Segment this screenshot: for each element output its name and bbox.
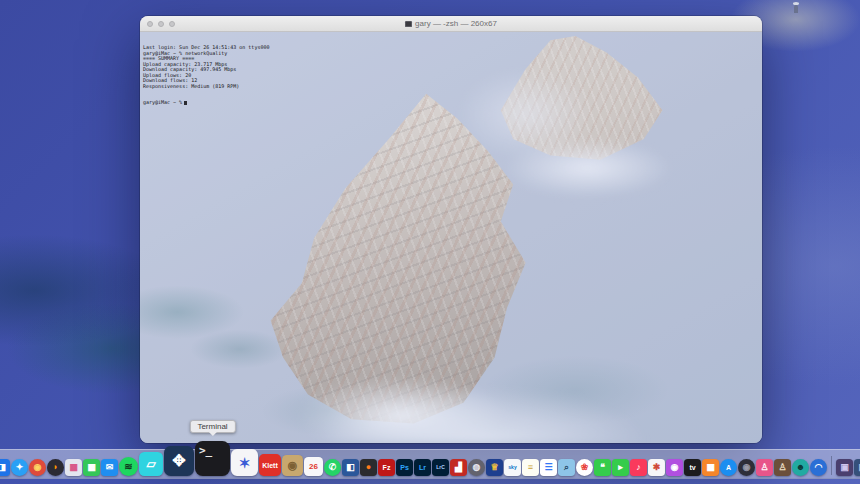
- finder-dock-icon[interactable]: ◨: [0, 459, 10, 476]
- calendar-dock-icon[interactable]: 26: [304, 457, 323, 476]
- terminal-content[interactable]: Last login: Sun Dec 26 14:51:43 on ttys0…: [140, 32, 762, 443]
- dock-separator-1: [831, 456, 832, 475]
- window-title: gary — -zsh — 260x67: [415, 19, 497, 28]
- freeform-dock-icon[interactable]: ▱: [139, 452, 163, 476]
- blue-arc-app-dock-icon[interactable]: ◠: [810, 459, 827, 476]
- stack-folder-dock-icon[interactable]: ▣: [836, 459, 853, 476]
- terminal-window[interactable]: gary — -zsh — 260x67 Last login: Sun Dec…: [140, 16, 762, 443]
- klett-dock-icon[interactable]: Klett: [259, 454, 281, 476]
- terminal-line: Responsiveness: Medium (819 RPM): [143, 84, 269, 90]
- lightroom-dock-icon[interactable]: Lr: [414, 459, 431, 476]
- anki-dock-icon[interactable]: ✶: [231, 449, 258, 476]
- preview-dock-icon[interactable]: ⌕: [558, 459, 575, 476]
- chrome-dock-icon[interactable]: ◉: [29, 459, 46, 476]
- close-button[interactable]: [147, 21, 153, 27]
- blue-trophy-app-dock-icon[interactable]: ♕: [486, 459, 503, 476]
- photos-dock-icon[interactable]: ❀: [576, 459, 593, 476]
- terminal-dock-icon[interactable]: >_: [195, 441, 230, 476]
- photoshop-dock-icon[interactable]: Ps: [396, 459, 413, 476]
- notes-dock-icon[interactable]: ≡: [522, 459, 539, 476]
- terminal-proxy-icon: [405, 21, 412, 27]
- lightroom-classic-dock-icon[interactable]: LrC: [432, 459, 449, 476]
- dock: ◨✦◉◗▦▦✉≋▱✥>_Terminal✶Klett◉26✆◧●FzPsLrLr…: [0, 449, 860, 479]
- terminal-output: Last login: Sun Dec 26 14:51:43 on ttys0…: [143, 34, 269, 117]
- brown-person-app-dock-icon[interactable]: ♙: [774, 459, 791, 476]
- orange-grid-app-dock-icon[interactable]: ▦: [702, 459, 719, 476]
- white-label-app-dock-icon[interactable]: ✱: [648, 459, 665, 476]
- terminal-prompt-line: gary@iMac ~ %: [143, 100, 269, 106]
- app-store-dock-icon[interactable]: A: [720, 459, 737, 476]
- terminal-prompt: gary@iMac ~ %: [143, 100, 182, 106]
- apple-tv-dock-icon[interactable]: tv: [684, 459, 701, 476]
- dock-tooltip: Terminal: [189, 420, 235, 433]
- desktop-wallpaper[interactable]: gary — -zsh — 260x67 Last login: Sun Dec…: [0, 0, 860, 484]
- dark-sphere-app-dock-icon[interactable]: ◉: [738, 459, 755, 476]
- podcasts-dock-icon[interactable]: ◉: [666, 459, 683, 476]
- mail-dock-icon[interactable]: ✉: [101, 459, 118, 476]
- terminal-output-lines: Last login: Sun Dec 26 14:51:43 on ttys0…: [143, 45, 269, 89]
- spotify-dock-icon[interactable]: ≋: [119, 457, 138, 476]
- music-dock-icon[interactable]: ♪: [630, 459, 647, 476]
- terminal-cursor: [184, 101, 187, 106]
- reminders-dock-icon[interactable]: ☰: [540, 459, 557, 476]
- window-titlebar[interactable]: gary — -zsh — 260x67: [140, 16, 762, 32]
- gold-badge-app-dock-icon[interactable]: ◉: [282, 455, 303, 476]
- safari-dock-icon[interactable]: ✦: [11, 459, 28, 476]
- whatsapp-dock-icon[interactable]: ✆: [324, 459, 341, 476]
- file-photo-1-dock-icon[interactable]: ▤: [854, 459, 860, 476]
- orange-circle-app-dock-icon[interactable]: ●: [360, 459, 377, 476]
- traffic-lights: [140, 21, 175, 27]
- share-node-app-dock-icon[interactable]: ✥: [164, 446, 194, 476]
- wallpaper-cairn: [794, 5, 798, 13]
- launchpad-dock-icon[interactable]: ▦: [65, 459, 82, 476]
- green-grid-app-dock-icon[interactable]: ▦: [83, 459, 100, 476]
- blue-document-app-dock-icon[interactable]: ◧: [342, 459, 359, 476]
- firefox-dock-icon[interactable]: ◗: [47, 459, 64, 476]
- zoom-button[interactable]: [169, 21, 175, 27]
- sky-app-dock-icon[interactable]: sky: [504, 459, 521, 476]
- messages-dock-icon[interactable]: ❝: [594, 459, 611, 476]
- window-title-group: gary — -zsh — 260x67: [140, 19, 762, 28]
- dark-circle-app-dock-icon[interactable]: ◍: [468, 459, 485, 476]
- teal-person-app-dock-icon[interactable]: ☻: [792, 459, 809, 476]
- minimize-button[interactable]: [158, 21, 164, 27]
- pink-person-app-dock-icon[interactable]: ♙: [756, 459, 773, 476]
- filezilla-dock-icon[interactable]: Fz: [378, 459, 395, 476]
- facetime-dock-icon[interactable]: ▸: [612, 459, 629, 476]
- red-device-app-dock-icon[interactable]: ▟: [450, 459, 467, 476]
